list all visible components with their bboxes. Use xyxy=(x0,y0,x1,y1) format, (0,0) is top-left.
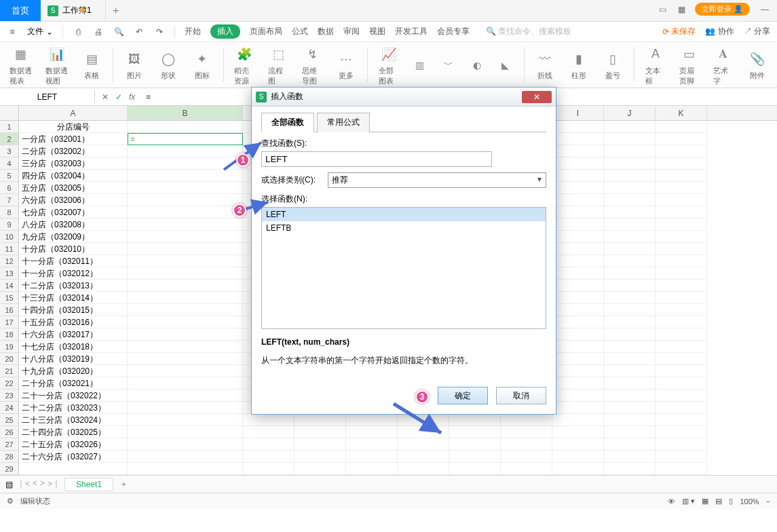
cell[interactable] xyxy=(398,463,449,475)
cell-B6[interactable] xyxy=(128,182,243,194)
share-button[interactable]: ↗ 分享 xyxy=(744,26,770,37)
ribbon-attach[interactable]: 📎附件 xyxy=(743,43,772,86)
cell[interactable] xyxy=(501,463,552,475)
cell[interactable] xyxy=(656,365,707,377)
undo-icon[interactable]: ↶ xyxy=(134,26,145,37)
minimize-button[interactable]: — xyxy=(757,5,773,14)
view-normal-icon[interactable]: ▦ xyxy=(702,497,708,506)
cell[interactable] xyxy=(604,463,656,475)
cell[interactable] xyxy=(552,121,604,133)
cell[interactable] xyxy=(656,353,707,365)
tab-review[interactable]: 审阅 xyxy=(343,26,360,37)
cell-A4[interactable]: 三分店（032003） xyxy=(19,157,128,170)
cell[interactable] xyxy=(656,145,707,157)
ribbon-chartset-3[interactable]: ◐ xyxy=(466,43,489,86)
cell[interactable] xyxy=(398,451,449,463)
cell[interactable] xyxy=(604,353,656,365)
cell-B14[interactable] xyxy=(128,280,243,292)
sheet-prev-icon[interactable]: < xyxy=(33,478,37,490)
cell-A7[interactable]: 六分店（032006） xyxy=(19,194,128,206)
ribbon-chartset-4[interactable]: ◣ xyxy=(494,43,517,86)
cell[interactable] xyxy=(346,463,398,475)
cell[interactable] xyxy=(243,426,295,438)
tab-workbook[interactable]: S 工作簿1 xyxy=(41,0,106,21)
ribbon-spark-line[interactable]: 〰折线 xyxy=(531,43,559,86)
cell[interactable] xyxy=(656,182,707,194)
add-sheet-button[interactable]: + xyxy=(117,480,130,489)
close-button[interactable]: ✕ xyxy=(522,91,552,103)
cell[interactable] xyxy=(552,438,604,451)
cell[interactable] xyxy=(604,365,656,377)
tab-page-layout[interactable]: 页面布局 xyxy=(250,26,282,37)
cell-A8[interactable]: 七分店（032007） xyxy=(19,206,128,218)
cell[interactable] xyxy=(552,353,604,365)
ribbon-flowchart[interactable]: ⬚流程图 xyxy=(264,43,292,86)
cell-A19[interactable]: 十七分店（032018） xyxy=(19,341,128,353)
cell-A10[interactable]: 九分店（032009） xyxy=(19,231,128,243)
cell[interactable] xyxy=(243,438,295,451)
redo-icon[interactable]: ↷ xyxy=(154,26,165,37)
cell[interactable] xyxy=(656,328,707,341)
cell-B28[interactable] xyxy=(128,451,243,463)
cell[interactable] xyxy=(295,451,346,463)
col-header-I[interactable]: I xyxy=(552,106,604,120)
ribbon-mindmap[interactable]: ↯思维导图 xyxy=(298,43,326,86)
cell-A3[interactable]: 二分店（032002） xyxy=(19,145,128,157)
login-button[interactable]: 立即登录 👤 xyxy=(695,3,750,16)
cancel-formula-icon[interactable]: ✕ xyxy=(102,92,109,102)
cell[interactable] xyxy=(604,157,656,170)
cell-B10[interactable] xyxy=(128,231,243,243)
category-select[interactable]: 推荐 xyxy=(328,172,546,188)
function-list-item[interactable]: LEFTB xyxy=(262,221,546,235)
cell[interactable] xyxy=(552,145,604,157)
cell[interactable] xyxy=(604,316,656,328)
cell[interactable] xyxy=(604,267,656,280)
cell-A14[interactable]: 十二分店（032013） xyxy=(19,280,128,292)
tab-data[interactable]: 数据 xyxy=(318,26,334,37)
cell[interactable] xyxy=(552,402,604,414)
dialog-titlebar[interactable]: S 插入函数 ✕ xyxy=(252,88,556,107)
cell-B12[interactable] xyxy=(128,255,243,267)
cell-B1[interactable] xyxy=(128,121,243,133)
cell[interactable] xyxy=(552,255,604,267)
cell[interactable] xyxy=(656,426,707,438)
cell-A21[interactable]: 十九分店（032020） xyxy=(19,365,128,377)
cell[interactable] xyxy=(552,218,604,231)
file-menu[interactable]: 文件 ⌄ xyxy=(27,26,53,37)
cell[interactable] xyxy=(501,414,552,426)
cell-A28[interactable]: 二十六分店（032027） xyxy=(19,451,128,463)
cell[interactable] xyxy=(449,438,501,451)
cell-A26[interactable]: 二十四分店（032025） xyxy=(19,426,128,438)
cell-A6[interactable]: 五分店（032005） xyxy=(19,182,128,194)
ribbon-wordart[interactable]: 𝐀艺术字 xyxy=(709,43,738,86)
cell[interactable] xyxy=(552,341,604,353)
cell[interactable] xyxy=(656,341,707,353)
cell[interactable] xyxy=(552,377,604,390)
cell[interactable] xyxy=(295,438,346,451)
col-header-K[interactable]: K xyxy=(656,106,707,120)
cell-A12[interactable]: 十一分店（032011） xyxy=(19,255,128,267)
sheet-last-icon[interactable]: >｜ xyxy=(48,478,60,490)
cell-A20[interactable]: 十八分店（032019） xyxy=(19,353,128,365)
dialog-tab-all[interactable]: 全部函数 xyxy=(261,113,314,132)
function-list-item[interactable]: LEFT xyxy=(262,208,546,221)
ribbon-picture[interactable]: 🖼图片 xyxy=(120,43,149,86)
cell[interactable] xyxy=(604,206,656,218)
cell-B27[interactable] xyxy=(128,438,243,451)
cell[interactable] xyxy=(552,194,604,206)
ribbon-spark-wl[interactable]: ▯盈亏 xyxy=(599,43,627,86)
cell[interactable] xyxy=(604,255,656,267)
cell-B11[interactable] xyxy=(128,243,243,255)
cell[interactable] xyxy=(552,390,604,402)
cell[interactable] xyxy=(552,243,604,255)
cell[interactable] xyxy=(552,280,604,292)
cell[interactable] xyxy=(604,280,656,292)
cell[interactable] xyxy=(656,218,707,231)
tab-devtools[interactable]: 开发工具 xyxy=(395,26,428,37)
cell[interactable] xyxy=(604,170,656,182)
ribbon-spark-col[interactable]: ▮柱形 xyxy=(565,43,593,86)
preview-icon[interactable]: 🔍 xyxy=(113,26,124,37)
cell[interactable] xyxy=(604,438,656,451)
cell[interactable] xyxy=(656,267,707,280)
cell-A11[interactable]: 十分店（032010） xyxy=(19,243,128,255)
